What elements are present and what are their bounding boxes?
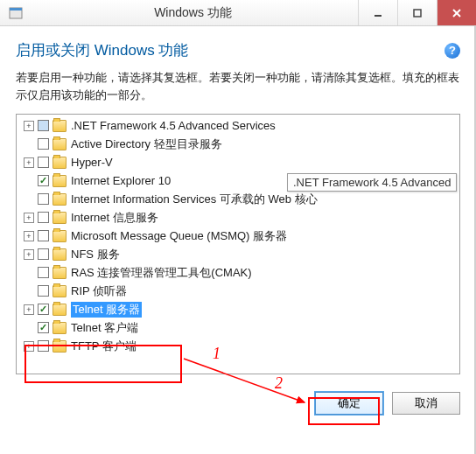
feature-checkbox[interactable] [38, 193, 49, 205]
svg-rect-1 [10, 8, 22, 10]
expand-toggle[interactable]: + [24, 121, 34, 131]
folder-icon [52, 212, 66, 224]
feature-label: Telnet 服务器 [71, 302, 142, 318]
folder-icon [52, 138, 66, 150]
app-icon [9, 6, 23, 20]
expand-toggle [24, 194, 34, 205]
expand-toggle[interactable]: + [24, 304, 34, 315]
folder-icon [52, 322, 66, 334]
feature-checkbox[interactable] [38, 212, 49, 223]
annotation-label-2: 2 [275, 374, 283, 393]
folder-icon [52, 230, 66, 242]
feature-label: RAS 连接管理器管理工具包(CMAK) [71, 265, 252, 281]
cancel-button[interactable]: 取消 [392, 392, 460, 415]
expand-toggle[interactable]: + [24, 157, 34, 168]
folder-icon [52, 304, 66, 316]
folder-icon [52, 267, 66, 279]
feature-checkbox[interactable] [38, 267, 49, 278]
feature-label: Internet 信息服务 [71, 210, 158, 226]
annotation-label-1: 1 [213, 345, 220, 363]
feature-checkbox[interactable] [38, 340, 49, 352]
tree-item[interactable]: Active Directory 轻型目录服务 [20, 135, 459, 153]
feature-checkbox[interactable] [38, 175, 49, 186]
title-bar: Windows 功能 [0, 0, 476, 26]
feature-label: TFTP 客户端 [71, 339, 136, 354]
tree-item[interactable]: +Telnet 服务器 [20, 300, 459, 318]
tree-item[interactable]: +TFTP 客户端 [20, 337, 459, 355]
svg-rect-3 [414, 10, 421, 17]
feature-checkbox[interactable] [38, 120, 49, 131]
ok-button[interactable]: 确定 [315, 392, 383, 415]
tree-item[interactable]: +NFS 服务 [20, 245, 459, 263]
feature-label: RIP 侦听器 [71, 283, 127, 299]
expand-toggle [24, 286, 34, 297]
minimize-button[interactable] [358, 0, 397, 25]
maximize-button[interactable] [397, 0, 437, 25]
expand-toggle[interactable]: + [24, 213, 34, 223]
expand-toggle[interactable]: + [24, 341, 34, 352]
feature-label: Hyper-V [71, 156, 113, 169]
feature-checkbox[interactable] [38, 157, 49, 168]
page-heading: 启用或关闭 Windows 功能 ? [16, 40, 460, 60]
feature-label: Active Directory 轻型目录服务 [71, 136, 222, 152]
feature-checkbox[interactable] [38, 230, 49, 241]
heading-text: 启用或关闭 Windows 功能 [16, 40, 188, 60]
description-text: 若要启用一种功能，请选择其复选框。若要关闭一种功能，请清除其复选框。填充的框表示… [16, 69, 460, 103]
tree-item[interactable]: +Internet 信息服务 [20, 208, 459, 227]
folder-icon [52, 157, 66, 169]
folder-icon [52, 120, 66, 132]
tree-item[interactable]: +Hyper-V [20, 153, 459, 171]
feature-label: NFS 服务 [71, 247, 120, 262]
expand-toggle [24, 268, 34, 278]
feature-label: .NET Framework 4.5 Advanced Services [71, 119, 276, 132]
help-icon[interactable]: ? [444, 43, 460, 59]
feature-label: Internet Explorer 10 [71, 174, 171, 187]
folder-icon [52, 193, 66, 206]
tooltip: .NET Framework 4.5 Advanced [287, 173, 457, 192]
feature-checkbox[interactable] [38, 322, 49, 333]
tree-item[interactable]: RIP 侦听器 [20, 282, 459, 300]
expand-toggle[interactable]: + [24, 249, 34, 260]
feature-label: Microsoft Message Queue (MSMQ) 服务器 [71, 228, 287, 244]
feature-checkbox[interactable] [38, 304, 49, 315]
feature-label: Telnet 客户端 [71, 320, 138, 336]
tree-item[interactable]: RAS 连接管理器管理工具包(CMAK) [20, 263, 459, 282]
folder-icon [52, 285, 66, 297]
close-button[interactable] [437, 0, 476, 25]
feature-label: Internet Information Services 可承载的 Web 核… [71, 192, 318, 207]
folder-icon [52, 340, 66, 353]
feature-checkbox[interactable] [38, 248, 49, 260]
expand-toggle [24, 176, 34, 186]
folder-icon [52, 175, 66, 187]
tree-item[interactable]: Telnet 客户端 [20, 318, 459, 337]
tree-item[interactable]: Internet Information Services 可承载的 Web 核… [20, 190, 459, 208]
folder-icon [52, 248, 66, 261]
features-tree[interactable]: +.NET Framework 4.5 Advanced ServicesAct… [16, 114, 460, 374]
tree-item[interactable]: +.NET Framework 4.5 Advanced Services [20, 116, 459, 135]
dialog-button-row: 确定 取消 [0, 383, 476, 415]
feature-checkbox[interactable] [38, 285, 49, 297]
window-title: Windows 功能 [28, 5, 358, 21]
feature-checkbox[interactable] [38, 138, 49, 150]
expand-toggle [24, 323, 34, 333]
expand-toggle[interactable]: + [24, 231, 34, 241]
expand-toggle [24, 139, 34, 150]
tree-item[interactable]: +Microsoft Message Queue (MSMQ) 服务器 [20, 227, 459, 245]
